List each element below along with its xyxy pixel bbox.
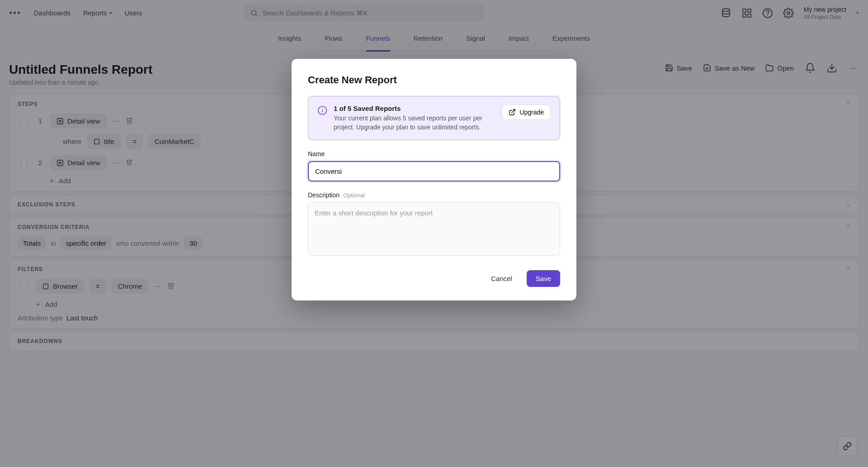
modal-overlay[interactable]: Create New Report 1 of 5 Saved Reports Y… xyxy=(0,0,868,467)
description-label-row: Description Optional xyxy=(308,191,560,199)
name-input[interactable] xyxy=(308,161,560,181)
create-report-modal: Create New Report 1 of 5 Saved Reports Y… xyxy=(292,59,576,300)
upgrade-label: Upgrade xyxy=(519,109,544,116)
upgrade-button[interactable]: Upgrade xyxy=(502,105,551,120)
plan-title: 1 of 5 Saved Reports xyxy=(334,105,495,112)
name-label: Name xyxy=(308,150,560,157)
info-icon xyxy=(317,105,327,117)
description-label: Description xyxy=(308,191,340,199)
description-input[interactable] xyxy=(308,202,560,256)
optional-label: Optional xyxy=(343,192,365,199)
save-button[interactable]: Save xyxy=(527,270,560,287)
plan-body: Your current plan allows 5 saved reports… xyxy=(334,114,495,132)
svg-line-22 xyxy=(512,110,515,113)
cancel-button[interactable]: Cancel xyxy=(483,270,520,287)
modal-title: Create New Report xyxy=(308,74,560,86)
plan-info-box: 1 of 5 Saved Reports Your current plan a… xyxy=(308,96,560,140)
modal-actions: Cancel Save xyxy=(308,270,560,287)
plan-text: 1 of 5 Saved Reports Your current plan a… xyxy=(334,105,495,132)
external-link-icon xyxy=(509,109,516,116)
